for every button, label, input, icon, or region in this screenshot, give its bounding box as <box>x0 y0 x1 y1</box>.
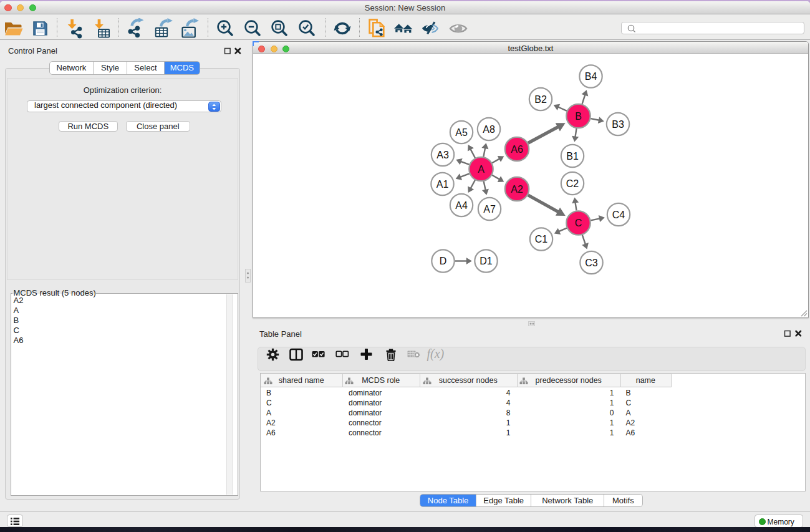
svg-text:B: B <box>575 111 582 122</box>
svg-text:A2: A2 <box>511 184 523 195</box>
svg-text:B1: B1 <box>566 151 579 162</box>
svg-text:A5: A5 <box>455 127 468 138</box>
svg-text:C2: C2 <box>566 178 579 189</box>
svg-text:D: D <box>440 256 447 266</box>
svg-text:A: A <box>478 164 485 175</box>
svg-text:C: C <box>575 218 582 228</box>
svg-text:B3: B3 <box>612 119 624 130</box>
svg-text:C4: C4 <box>612 210 625 220</box>
svg-text:A4: A4 <box>455 200 468 211</box>
svg-text:A1: A1 <box>436 179 449 190</box>
svg-text:A7: A7 <box>483 204 496 215</box>
svg-text:A3: A3 <box>436 150 449 160</box>
svg-text:A8: A8 <box>483 124 495 135</box>
svg-text:A6: A6 <box>511 144 523 155</box>
svg-text:D1: D1 <box>480 256 493 266</box>
svg-text:C1: C1 <box>535 234 548 244</box>
svg-text:B2: B2 <box>534 94 547 105</box>
svg-text:B4: B4 <box>585 71 597 82</box>
svg-text:C3: C3 <box>585 258 598 268</box>
